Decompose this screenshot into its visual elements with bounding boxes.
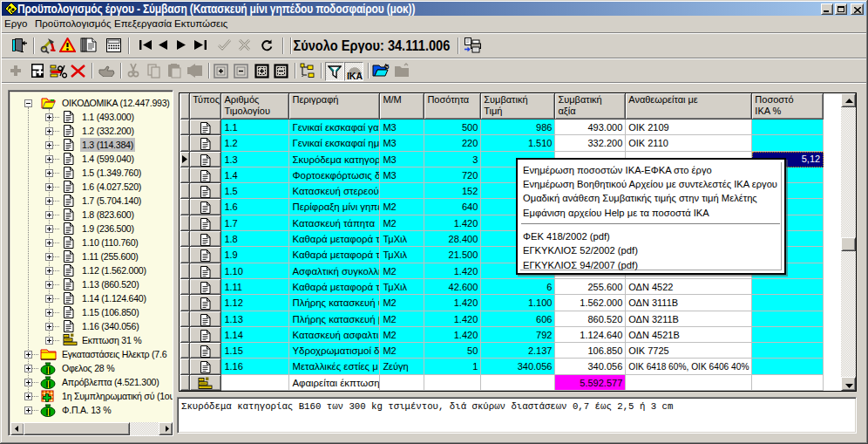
svg-text:5: 5 [385,63,390,71]
svg-text:IKA: IKA [347,71,363,81]
